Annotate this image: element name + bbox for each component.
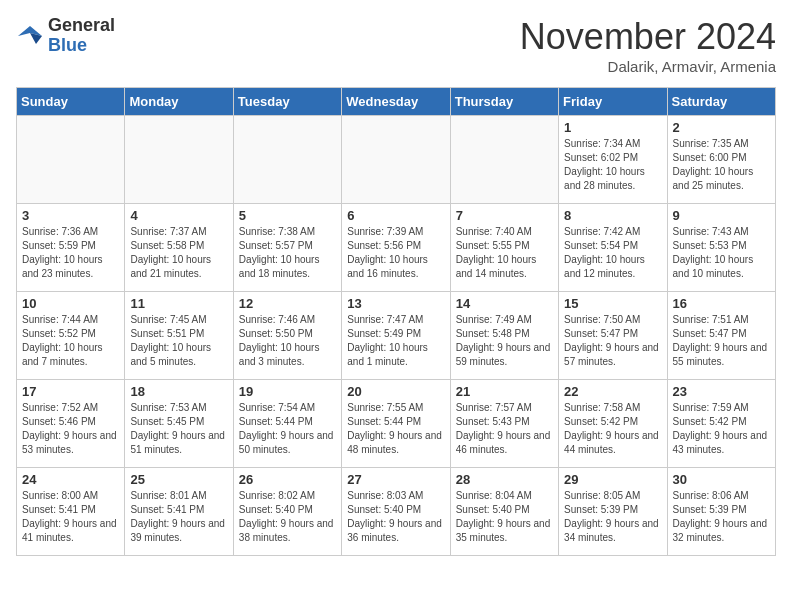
day-info: Sunrise: 7:51 AM Sunset: 5:47 PM Dayligh… [673,313,770,369]
calendar-cell: 30Sunrise: 8:06 AM Sunset: 5:39 PM Dayli… [667,468,775,556]
calendar-cell: 21Sunrise: 7:57 AM Sunset: 5:43 PM Dayli… [450,380,558,468]
calendar-cell: 16Sunrise: 7:51 AM Sunset: 5:47 PM Dayli… [667,292,775,380]
calendar-cell: 17Sunrise: 7:52 AM Sunset: 5:46 PM Dayli… [17,380,125,468]
calendar-week-row-1: 1Sunrise: 7:34 AM Sunset: 6:02 PM Daylig… [17,116,776,204]
day-info: Sunrise: 7:40 AM Sunset: 5:55 PM Dayligh… [456,225,553,281]
calendar-weekday-saturday: Saturday [667,88,775,116]
day-info: Sunrise: 7:37 AM Sunset: 5:58 PM Dayligh… [130,225,227,281]
day-number: 10 [22,296,119,311]
day-number: 12 [239,296,336,311]
logo-text: General Blue [48,16,115,56]
calendar-cell: 3Sunrise: 7:36 AM Sunset: 5:59 PM Daylig… [17,204,125,292]
day-info: Sunrise: 8:00 AM Sunset: 5:41 PM Dayligh… [22,489,119,545]
day-number: 8 [564,208,661,223]
day-info: Sunrise: 7:53 AM Sunset: 5:45 PM Dayligh… [130,401,227,457]
calendar-cell: 14Sunrise: 7:49 AM Sunset: 5:48 PM Dayli… [450,292,558,380]
day-number: 1 [564,120,661,135]
day-number: 3 [22,208,119,223]
calendar-cell: 5Sunrise: 7:38 AM Sunset: 5:57 PM Daylig… [233,204,341,292]
calendar-cell: 2Sunrise: 7:35 AM Sunset: 6:00 PM Daylig… [667,116,775,204]
day-info: Sunrise: 7:46 AM Sunset: 5:50 PM Dayligh… [239,313,336,369]
day-number: 24 [22,472,119,487]
calendar-cell: 23Sunrise: 7:59 AM Sunset: 5:42 PM Dayli… [667,380,775,468]
calendar-cell: 29Sunrise: 8:05 AM Sunset: 5:39 PM Dayli… [559,468,667,556]
day-info: Sunrise: 8:05 AM Sunset: 5:39 PM Dayligh… [564,489,661,545]
day-number: 26 [239,472,336,487]
day-info: Sunrise: 8:02 AM Sunset: 5:40 PM Dayligh… [239,489,336,545]
calendar-cell: 18Sunrise: 7:53 AM Sunset: 5:45 PM Dayli… [125,380,233,468]
calendar-header-row: SundayMondayTuesdayWednesdayThursdayFrid… [17,88,776,116]
day-number: 13 [347,296,444,311]
day-info: Sunrise: 7:45 AM Sunset: 5:51 PM Dayligh… [130,313,227,369]
page-header: General Blue November 2024 Dalarik, Arma… [16,16,776,75]
day-number: 23 [673,384,770,399]
logo: General Blue [16,16,115,56]
calendar-weekday-wednesday: Wednesday [342,88,450,116]
day-number: 15 [564,296,661,311]
day-number: 27 [347,472,444,487]
day-info: Sunrise: 7:59 AM Sunset: 5:42 PM Dayligh… [673,401,770,457]
calendar-cell [233,116,341,204]
day-number: 19 [239,384,336,399]
calendar-week-row-3: 10Sunrise: 7:44 AM Sunset: 5:52 PM Dayli… [17,292,776,380]
location: Dalarik, Armavir, Armenia [520,58,776,75]
calendar-cell: 19Sunrise: 7:54 AM Sunset: 5:44 PM Dayli… [233,380,341,468]
day-number: 4 [130,208,227,223]
calendar-cell: 27Sunrise: 8:03 AM Sunset: 5:40 PM Dayli… [342,468,450,556]
calendar-cell: 11Sunrise: 7:45 AM Sunset: 5:51 PM Dayli… [125,292,233,380]
day-info: Sunrise: 8:03 AM Sunset: 5:40 PM Dayligh… [347,489,444,545]
day-info: Sunrise: 7:54 AM Sunset: 5:44 PM Dayligh… [239,401,336,457]
calendar-cell: 25Sunrise: 8:01 AM Sunset: 5:41 PM Dayli… [125,468,233,556]
day-info: Sunrise: 7:42 AM Sunset: 5:54 PM Dayligh… [564,225,661,281]
calendar-cell [17,116,125,204]
calendar-week-row-5: 24Sunrise: 8:00 AM Sunset: 5:41 PM Dayli… [17,468,776,556]
day-info: Sunrise: 7:57 AM Sunset: 5:43 PM Dayligh… [456,401,553,457]
day-info: Sunrise: 7:50 AM Sunset: 5:47 PM Dayligh… [564,313,661,369]
month-title: November 2024 [520,16,776,58]
day-info: Sunrise: 7:39 AM Sunset: 5:56 PM Dayligh… [347,225,444,281]
calendar-weekday-tuesday: Tuesday [233,88,341,116]
calendar-week-row-4: 17Sunrise: 7:52 AM Sunset: 5:46 PM Dayli… [17,380,776,468]
day-info: Sunrise: 8:06 AM Sunset: 5:39 PM Dayligh… [673,489,770,545]
day-number: 16 [673,296,770,311]
day-number: 21 [456,384,553,399]
day-info: Sunrise: 7:34 AM Sunset: 6:02 PM Dayligh… [564,137,661,193]
calendar-cell: 28Sunrise: 8:04 AM Sunset: 5:40 PM Dayli… [450,468,558,556]
day-number: 20 [347,384,444,399]
day-number: 25 [130,472,227,487]
calendar-cell: 26Sunrise: 8:02 AM Sunset: 5:40 PM Dayli… [233,468,341,556]
day-number: 14 [456,296,553,311]
day-number: 18 [130,384,227,399]
day-number: 17 [22,384,119,399]
logo-bird-icon [16,22,44,50]
calendar-cell: 9Sunrise: 7:43 AM Sunset: 5:53 PM Daylig… [667,204,775,292]
calendar-weekday-thursday: Thursday [450,88,558,116]
calendar-cell: 13Sunrise: 7:47 AM Sunset: 5:49 PM Dayli… [342,292,450,380]
day-info: Sunrise: 7:52 AM Sunset: 5:46 PM Dayligh… [22,401,119,457]
day-info: Sunrise: 7:36 AM Sunset: 5:59 PM Dayligh… [22,225,119,281]
calendar-cell: 8Sunrise: 7:42 AM Sunset: 5:54 PM Daylig… [559,204,667,292]
day-number: 29 [564,472,661,487]
calendar-cell: 6Sunrise: 7:39 AM Sunset: 5:56 PM Daylig… [342,204,450,292]
calendar-cell: 22Sunrise: 7:58 AM Sunset: 5:42 PM Dayli… [559,380,667,468]
day-info: Sunrise: 7:47 AM Sunset: 5:49 PM Dayligh… [347,313,444,369]
calendar-cell: 20Sunrise: 7:55 AM Sunset: 5:44 PM Dayli… [342,380,450,468]
calendar-cell: 1Sunrise: 7:34 AM Sunset: 6:02 PM Daylig… [559,116,667,204]
calendar-cell: 7Sunrise: 7:40 AM Sunset: 5:55 PM Daylig… [450,204,558,292]
day-number: 9 [673,208,770,223]
day-number: 30 [673,472,770,487]
day-info: Sunrise: 7:35 AM Sunset: 6:00 PM Dayligh… [673,137,770,193]
day-number: 5 [239,208,336,223]
day-info: Sunrise: 8:04 AM Sunset: 5:40 PM Dayligh… [456,489,553,545]
calendar-weekday-sunday: Sunday [17,88,125,116]
calendar-cell [342,116,450,204]
calendar-cell: 24Sunrise: 8:00 AM Sunset: 5:41 PM Dayli… [17,468,125,556]
day-info: Sunrise: 7:44 AM Sunset: 5:52 PM Dayligh… [22,313,119,369]
calendar-weekday-monday: Monday [125,88,233,116]
day-info: Sunrise: 7:38 AM Sunset: 5:57 PM Dayligh… [239,225,336,281]
day-info: Sunrise: 7:49 AM Sunset: 5:48 PM Dayligh… [456,313,553,369]
day-number: 11 [130,296,227,311]
day-info: Sunrise: 7:43 AM Sunset: 5:53 PM Dayligh… [673,225,770,281]
day-info: Sunrise: 7:55 AM Sunset: 5:44 PM Dayligh… [347,401,444,457]
title-block: November 2024 Dalarik, Armavir, Armenia [520,16,776,75]
